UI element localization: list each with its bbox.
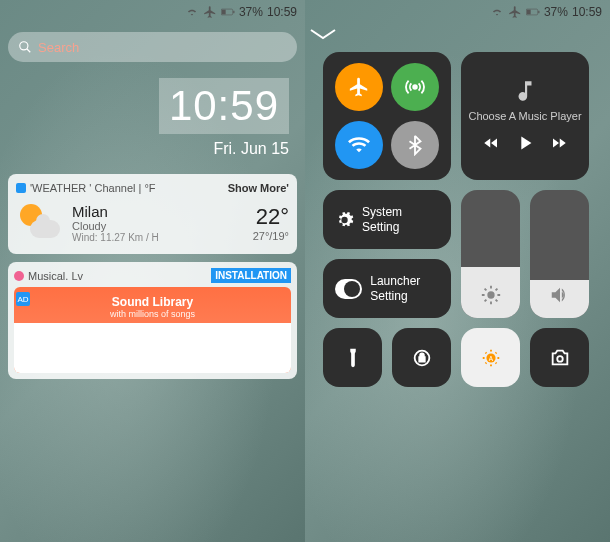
weather-channel-label: 'WEATHER ' Channel | °F bbox=[30, 182, 156, 194]
show-more-button[interactable]: Show More' bbox=[228, 182, 289, 194]
weather-temp-range: 27°/19° bbox=[253, 230, 289, 242]
weather-condition-icon bbox=[16, 200, 62, 246]
next-track-button[interactable] bbox=[550, 134, 568, 152]
clock-time: 10:59 bbox=[159, 78, 289, 134]
rotation-lock-button[interactable] bbox=[392, 328, 451, 387]
weather-app-icon bbox=[16, 183, 26, 193]
search-bar[interactable] bbox=[8, 32, 297, 62]
prev-track-button[interactable] bbox=[482, 134, 500, 152]
weather-condition: Cloudy bbox=[72, 220, 243, 232]
weather-city: Milan bbox=[72, 203, 243, 220]
sound-lib-subtitle: with millions of songs bbox=[14, 309, 291, 319]
music-prompt: Choose A Music Player bbox=[468, 110, 581, 122]
control-center-screen: 37% 10:59 Choose A Music Player bbox=[305, 0, 610, 542]
flashlight-icon bbox=[342, 347, 364, 369]
ad-tag: AD bbox=[16, 292, 30, 306]
connectivity-tile bbox=[323, 52, 451, 180]
launcher-settings-button[interactable]: Launcher Setting bbox=[323, 259, 451, 318]
volume-slider[interactable] bbox=[530, 190, 589, 318]
control-center: Choose A Music Player System Setting Lau… bbox=[305, 44, 610, 405]
rotation-lock-icon bbox=[411, 347, 433, 369]
toggle-icon bbox=[335, 279, 362, 299]
brightness-icon bbox=[480, 284, 502, 306]
camera-icon bbox=[549, 347, 571, 369]
cellular-button[interactable] bbox=[391, 63, 439, 111]
weather-temp: 22° bbox=[253, 204, 289, 230]
wifi-icon bbox=[490, 5, 504, 19]
brightness-slider[interactable] bbox=[461, 190, 520, 318]
status-bar: 37% 10:59 bbox=[0, 0, 305, 24]
airplane-icon bbox=[203, 5, 217, 19]
camera-button[interactable] bbox=[530, 328, 589, 387]
search-icon bbox=[18, 40, 32, 54]
launcher-settings-label: Launcher Setting bbox=[370, 274, 439, 303]
svg-rect-1 bbox=[222, 10, 226, 15]
status-time: 10:59 bbox=[267, 5, 297, 19]
music-ad-card[interactable]: Musical. Lv INSTALLATION AD Sound Librar… bbox=[8, 262, 297, 379]
volume-icon bbox=[549, 284, 571, 306]
battery-icon bbox=[526, 5, 540, 19]
airplane-mode-button[interactable] bbox=[335, 63, 383, 111]
svg-point-8 bbox=[487, 291, 494, 298]
clock-widget[interactable]: 10:59 Fri. Jun 15 bbox=[0, 70, 305, 166]
flashlight-button[interactable] bbox=[323, 328, 382, 387]
bluetooth-button[interactable] bbox=[391, 121, 439, 169]
wifi-button[interactable] bbox=[335, 121, 383, 169]
weather-wind: Wind: 11.27 Km / H bbox=[72, 232, 243, 243]
status-bar: 37% 10:59 bbox=[305, 0, 610, 24]
sound-library-banner[interactable]: Sound Library with millions of songs bbox=[14, 287, 291, 373]
collapse-chevron-icon[interactable] bbox=[305, 24, 610, 44]
weather-card[interactable]: 'WEATHER ' Channel | °F Show More' Milan… bbox=[8, 174, 297, 254]
play-button[interactable] bbox=[514, 132, 536, 154]
night-mode-button[interactable]: A bbox=[461, 328, 520, 387]
system-settings-label: System Setting bbox=[362, 205, 439, 234]
battery-percent: 37% bbox=[239, 5, 263, 19]
clock-date: Fri. Jun 15 bbox=[16, 140, 289, 158]
music-player-tile[interactable]: Choose A Music Player bbox=[461, 52, 589, 180]
sound-lib-preview bbox=[14, 323, 291, 373]
sound-lib-title: Sound Library bbox=[14, 295, 291, 309]
svg-rect-2 bbox=[233, 11, 234, 13]
wifi-icon bbox=[185, 5, 199, 19]
status-time: 10:59 bbox=[572, 5, 602, 19]
install-badge[interactable]: INSTALLATION bbox=[211, 268, 291, 283]
svg-point-7 bbox=[413, 85, 417, 89]
airplane-icon bbox=[508, 5, 522, 19]
music-app-icon bbox=[14, 271, 24, 281]
svg-text:A: A bbox=[488, 354, 493, 361]
svg-rect-6 bbox=[538, 11, 539, 13]
search-input[interactable] bbox=[38, 40, 287, 55]
music-card-title: Musical. Lv bbox=[28, 270, 83, 282]
svg-point-3 bbox=[20, 42, 28, 50]
auto-brightness-icon: A bbox=[480, 347, 502, 369]
home-screen: 37% 10:59 10:59 Fri. Jun 15 'WEATHER ' C… bbox=[0, 0, 305, 542]
svg-rect-5 bbox=[527, 10, 531, 15]
gear-icon bbox=[335, 210, 354, 230]
svg-point-12 bbox=[557, 356, 563, 362]
system-settings-button[interactable]: System Setting bbox=[323, 190, 451, 249]
battery-percent: 37% bbox=[544, 5, 568, 19]
music-note-icon bbox=[512, 78, 538, 104]
battery-icon bbox=[221, 5, 235, 19]
